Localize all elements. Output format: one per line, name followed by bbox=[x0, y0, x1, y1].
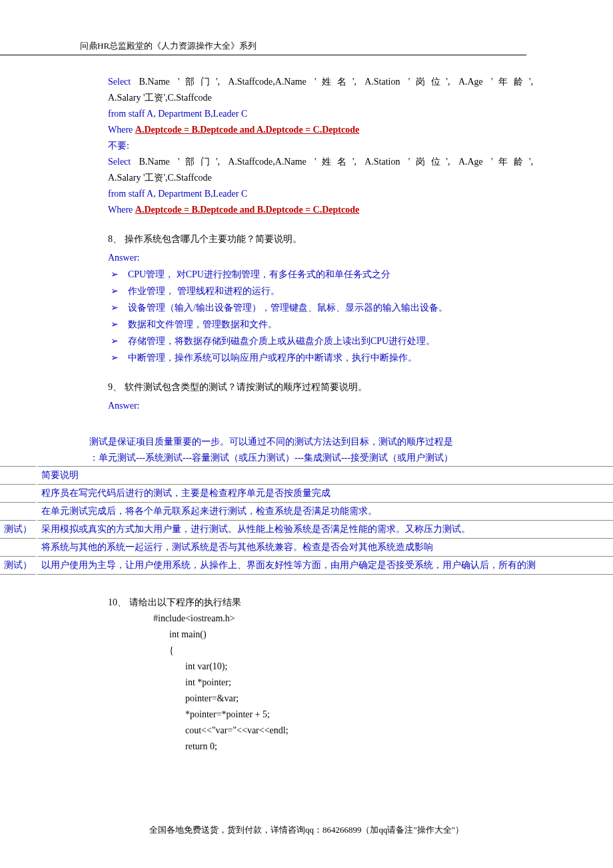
list-item-text: 中断管理，操作系统可以响应用户或程序的中断请求，执行中断操作。 bbox=[128, 350, 417, 366]
code-line: pointer=&var; bbox=[108, 691, 533, 707]
q8-answer-label: Answer: bbox=[108, 250, 533, 266]
code-line: { bbox=[108, 643, 533, 659]
code-line: int var(10); bbox=[108, 659, 533, 675]
table-row: 测试）采用模拟或真实的方式加大用户量，进行测试。从性能上检验系统是否满足性能的需… bbox=[0, 521, 613, 539]
sql1-from: from staff A, Department B,Leader C bbox=[108, 106, 533, 122]
list-item-text: 设备管理（输入/输出设备管理），管理键盘、鼠标、显示器的输入输出设备。 bbox=[128, 300, 448, 316]
table-cell: 测试） bbox=[0, 521, 37, 539]
code-line: return 0; bbox=[108, 739, 533, 755]
table-cell: 测试） bbox=[0, 557, 37, 575]
q9-intro-1: 测试是保证项目质量重要的一步。可以通过不同的测试方法达到目标，测试的顺序过程是 bbox=[89, 434, 533, 450]
table-cell bbox=[0, 485, 37, 503]
list-item: ➢设备管理（输入/输出设备管理），管理键盘、鼠标、显示器的输入输出设备。 bbox=[108, 299, 533, 316]
q9-table: 简要说明程序员在写完代码后进行的测试，主要是检查程序单元是否按质量完成在单元测试… bbox=[0, 466, 613, 575]
code-line: int *pointer; bbox=[108, 675, 533, 691]
arrow-right-icon: ➢ bbox=[108, 333, 128, 349]
list-item: ➢存储管理，将数据存储到磁盘介质上或从磁盘介质上读出到CPU进行处理。 bbox=[108, 333, 533, 349]
table-cell: 采用模拟或真实的方式加大用户量，进行测试。从性能上检验系统是否满足性能的需求。又… bbox=[37, 521, 613, 539]
list-item: ➢CPU管理， 对CPU进行控制管理，有多任务式的和单任务式之分 bbox=[108, 266, 533, 283]
q9-intro-2: ：单元测试---系统测试---容量测试（或压力测试）---集成测试---接受测试… bbox=[89, 450, 533, 466]
table-header-cell bbox=[0, 467, 37, 485]
table-cell: 将系统与其他的系统一起运行，测试系统是否与其他系统兼容。检查是否会对其他系统造成… bbox=[37, 539, 613, 557]
table-header-cell: 简要说明 bbox=[37, 467, 613, 485]
table-cell: 在单元测试完成后，将各个单元联系起来进行测试，检查系统是否满足功能需求。 bbox=[37, 503, 613, 521]
table-cell: 以用户使用为主导，让用户使用系统，从操作上、界面友好性等方面，由用户确定是否接受… bbox=[37, 557, 613, 575]
arrow-right-icon: ➢ bbox=[108, 316, 128, 332]
list-item-text: 存储管理，将数据存储到磁盘介质上或从磁盘介质上读出到CPU进行处理。 bbox=[128, 333, 435, 349]
sql-not: 不要: bbox=[108, 138, 533, 154]
table-row: 将系统与其他的系统一起运行，测试系统是否与其他系统兼容。检查是否会对其他系统造成… bbox=[0, 539, 613, 557]
table-cell: 程序员在写完代码后进行的测试，主要是检查程序单元是否按质量完成 bbox=[37, 485, 613, 503]
arrow-right-icon: ➢ bbox=[108, 283, 128, 299]
q10-title: 10、 请给出以下程序的执行结果 bbox=[108, 595, 533, 611]
q10-code-block: #include<iostream.h>int main(){int var(1… bbox=[108, 611, 533, 755]
main-content: Select B.Name '部门', A.Staffcode,A.Name '… bbox=[0, 74, 613, 466]
q9-title: 9、 软件测试包含类型的测试？请按测试的顺序过程简要说明。 bbox=[108, 379, 533, 395]
sql2-select-1: Select B.Name '部门', A.Staffcode,A.Name '… bbox=[108, 154, 533, 170]
sql1-select-2: A.Salary '工资',C.Staffcode bbox=[108, 90, 533, 106]
table-row: 程序员在写完代码后进行的测试，主要是检查程序单元是否按质量完成 bbox=[0, 485, 613, 503]
table-cell bbox=[0, 503, 37, 521]
arrow-right-icon: ➢ bbox=[108, 266, 128, 282]
q9-answer-label: Answer: bbox=[108, 398, 533, 414]
table-row: 在单元测试完成后，将各个单元联系起来进行测试，检查系统是否满足功能需求。 bbox=[0, 503, 613, 521]
code-line: *pointer=*pointer + 5; bbox=[108, 707, 533, 723]
page-footer: 全国各地免费送货，货到付款，详情咨询qq：864266899（加qq请备注"操作… bbox=[0, 824, 613, 836]
sql2-from: from staff A, Department B,Leader C bbox=[108, 186, 533, 202]
q8-title: 8、 操作系统包含哪几个主要功能？简要说明。 bbox=[108, 231, 533, 247]
list-item-text: CPU管理， 对CPU进行控制管理，有多任务式的和单任务式之分 bbox=[128, 267, 390, 283]
sql2-select-2: A.Salary '工资',C.Staffcode bbox=[108, 170, 533, 186]
list-item-text: 数据和文件管理，管理数据和文件。 bbox=[128, 317, 277, 333]
list-item: ➢数据和文件管理，管理数据和文件。 bbox=[108, 316, 533, 333]
sql1-select-1: Select B.Name '部门', A.Staffcode,A.Name '… bbox=[108, 74, 533, 90]
table-row: 测试）以用户使用为主导，让用户使用系统，从操作上、界面友好性等方面，由用户确定是… bbox=[0, 557, 613, 575]
sql1-where: Where A.Deptcode = B.Deptcode and A.Dept… bbox=[108, 122, 533, 138]
list-item-text: 作业管理， 管理线程和进程的运行。 bbox=[128, 283, 280, 299]
list-item: ➢中断管理，操作系统可以响应用户或程序的中断请求，执行中断操作。 bbox=[108, 349, 533, 366]
arrow-right-icon: ➢ bbox=[108, 349, 128, 365]
list-item: ➢作业管理， 管理线程和进程的运行。 bbox=[108, 283, 533, 299]
code-line: #include<iostream.h> bbox=[108, 611, 533, 627]
code-line: int main() bbox=[108, 627, 533, 643]
page-header: 问鼎HR总监殿堂的《人力资源操作大全》系列 bbox=[0, 40, 526, 55]
sql2-where: Where A.Deptcode = B.Deptcode and B.Dept… bbox=[108, 202, 533, 218]
code-line: cout<<"var="<<var<<endl; bbox=[108, 723, 533, 739]
q8-bullet-list: ➢CPU管理， 对CPU进行控制管理，有多任务式的和单任务式之分➢作业管理， 管… bbox=[108, 266, 533, 366]
table-cell bbox=[0, 539, 37, 557]
arrow-right-icon: ➢ bbox=[108, 299, 128, 315]
